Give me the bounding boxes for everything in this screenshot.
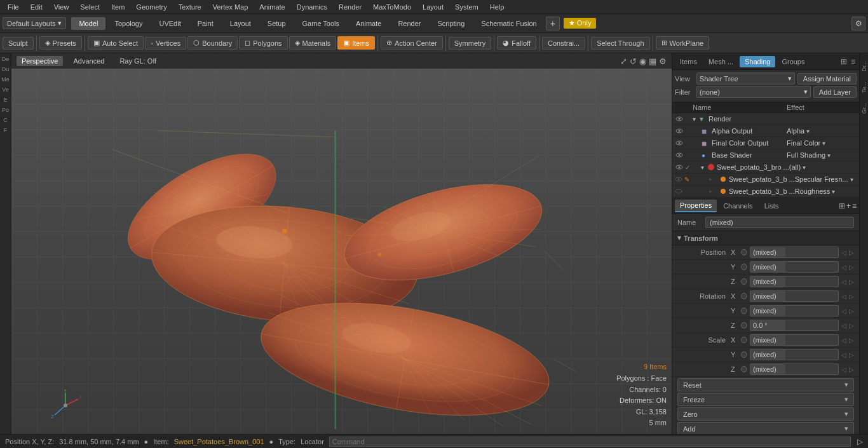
falloff-button[interactable]: ◕ Falloff: [497, 36, 536, 50]
layout-tab-setup[interactable]: Setup: [260, 17, 294, 30]
vp-tab-advanced[interactable]: Advanced: [68, 56, 109, 66]
transform-header[interactable]: ▾ Transform: [672, 231, 859, 245]
filter-dropdown[interactable]: (none) ▾: [696, 86, 811, 98]
prop-tab-lists[interactable]: Lists: [759, 200, 784, 212]
rotation-x-slider2[interactable]: ▷: [849, 293, 854, 300]
tree-row-render[interactable]: ▾ ▼ Render: [672, 113, 859, 125]
position-y-input[interactable]: (mixed): [750, 261, 839, 273]
render-chevron[interactable]: ▾: [693, 116, 696, 123]
scale-z-slider2[interactable]: ▷: [849, 366, 854, 373]
scale-y-circle[interactable]: [741, 351, 747, 358]
rotation-x-slider[interactable]: ◁: [841, 293, 846, 300]
right-edge-tab-dr[interactable]: Dr...: [860, 56, 869, 77]
layout-tab-paint[interactable]: Paint: [190, 17, 221, 30]
rotation-y-input[interactable]: (mixed): [750, 305, 839, 316]
rotation-z-slider[interactable]: ◁: [841, 322, 846, 329]
vp-tab-raygl[interactable]: Ray GL: Off: [114, 56, 161, 66]
tree-row-roughness[interactable]: + Sweet_potato_3_b ... Roughness ▾: [672, 186, 859, 198]
sculpt-button[interactable]: Sculpt: [3, 37, 34, 50]
prop-tab-properties[interactable]: Properties: [675, 200, 717, 212]
layout-tab-model[interactable]: Model: [71, 17, 105, 30]
right-edge-tab-gr[interactable]: Gr...: [860, 98, 869, 119]
menu-geometry[interactable]: Geometry: [131, 2, 172, 12]
status-arrow[interactable]: ▷: [857, 437, 863, 446]
zero-button[interactable]: Zero ▾: [677, 407, 854, 421]
left-sidebar-icon-6[interactable]: C: [1, 116, 10, 125]
sweet-potato-chevron[interactable]: ▾: [701, 164, 704, 171]
tree-row-alpha[interactable]: ◼ Alpha Output Alpha ▾: [672, 125, 859, 137]
star-button[interactable]: ★ Only: [564, 18, 597, 29]
freeze-button[interactable]: Freeze ▾: [677, 393, 854, 406]
rotation-x-input[interactable]: (mixed): [750, 290, 839, 302]
rotation-x-circle[interactable]: [741, 293, 747, 299]
sweet-potato-effect-dropdown[interactable]: ▾: [803, 164, 806, 171]
scale-y-input[interactable]: (mixed): [750, 349, 839, 360]
add-layer-button[interactable]: Add Layer: [813, 86, 857, 98]
assign-material-button[interactable]: Assign Material: [797, 73, 857, 85]
command-input[interactable]: [332, 438, 848, 445]
position-y-slider[interactable]: ◁: [841, 264, 846, 271]
workplane-button[interactable]: ⊞ WorkPlane: [656, 36, 710, 50]
scale-y-slider[interactable]: ◁: [841, 351, 846, 358]
menu-texture[interactable]: Texture: [173, 2, 207, 12]
menu-help[interactable]: Help: [485, 2, 510, 12]
action-center-button[interactable]: ⊕ Action Center: [381, 36, 443, 50]
viewport[interactable]: Perspective Advanced Ray GL: Off ⤢ ↺ ◉ ▦…: [11, 53, 672, 434]
reset-button[interactable]: Reset ▾: [677, 378, 854, 391]
position-y-circle[interactable]: [741, 264, 747, 270]
position-z-input[interactable]: (mixed): [750, 276, 839, 287]
menu-file[interactable]: File: [3, 2, 24, 12]
polygons-button[interactable]: ◻ Polygons: [239, 36, 287, 50]
specular-effect-dropdown[interactable]: ▾: [850, 176, 853, 183]
rp-tab-mesh[interactable]: Mesh ...: [703, 56, 738, 67]
left-sidebar-icon-4[interactable]: E: [1, 95, 10, 104]
menu-maxtomodo[interactable]: MaxToModo: [368, 2, 416, 12]
menu-system[interactable]: System: [450, 2, 484, 12]
vertices-button[interactable]: ◦ Vertices: [145, 37, 186, 50]
position-z-circle[interactable]: [741, 278, 747, 285]
prop-icon-settings[interactable]: ≡: [852, 201, 857, 210]
rotation-y-circle[interactable]: [741, 308, 747, 314]
final-effect-dropdown[interactable]: ▾: [822, 140, 825, 147]
boundary-button[interactable]: ⬡ Boundary: [187, 36, 238, 50]
settings-button[interactable]: ⚙: [851, 17, 865, 31]
left-sidebar-icon-1[interactable]: Du: [1, 65, 10, 74]
left-sidebar-icon-3[interactable]: Ve: [1, 85, 10, 94]
left-sidebar-icon-2[interactable]: Me: [1, 75, 10, 84]
eye-icon-alpha[interactable]: [675, 126, 684, 135]
vp-icon-display[interactable]: ▦: [649, 57, 656, 66]
eye-icon-final[interactable]: [675, 139, 684, 147]
position-z-slider2[interactable]: ▷: [849, 278, 854, 285]
rotation-z-input[interactable]: 0.0 °: [750, 320, 839, 331]
rp-icon-settings[interactable]: ≡: [850, 56, 857, 67]
viewport-canvas[interactable]: X Y Z 9 Items Polygons : Face Channels: …: [11, 69, 672, 434]
command-bar[interactable]: [329, 437, 851, 447]
prop-icon-add[interactable]: +: [846, 201, 851, 210]
position-x-circle[interactable]: [741, 249, 747, 255]
vp-icon-camera[interactable]: ◉: [639, 57, 646, 66]
vp-tab-perspective[interactable]: Perspective: [17, 56, 63, 66]
auto-select-button[interactable]: ▣ Auto Select: [88, 36, 144, 50]
base-effect-dropdown[interactable]: ▾: [827, 152, 831, 159]
rotation-y-slider[interactable]: ◁: [841, 308, 846, 315]
rotation-z-circle[interactable]: [741, 322, 747, 329]
view-dropdown[interactable]: Shader Tree ▾: [696, 72, 795, 85]
position-x-input[interactable]: (mixed): [750, 247, 839, 258]
tree-row-specular[interactable]: ✎ + Sweet_potato_3_b ... Specular Fresn.…: [672, 173, 859, 186]
vp-icon-move[interactable]: ⤢: [620, 57, 627, 66]
menu-edit[interactable]: Edit: [25, 2, 48, 12]
scale-y-slider2[interactable]: ▷: [849, 351, 854, 358]
left-sidebar-icon-0[interactable]: De: [1, 55, 10, 64]
position-x-slider2[interactable]: ▷: [849, 249, 854, 256]
sweet-potato-check[interactable]: ✓: [684, 164, 693, 171]
add-button[interactable]: Add ▾: [677, 422, 854, 434]
rp-tab-groups[interactable]: Groups: [776, 56, 810, 67]
rotation-y-slider2[interactable]: ▷: [849, 308, 854, 315]
position-x-slider[interactable]: ◁: [841, 249, 846, 256]
vp-icon-settings[interactable]: ⚙: [659, 57, 667, 66]
specular-pencil[interactable]: ✎: [682, 176, 690, 183]
right-edge-tab-te[interactable]: Te...: [860, 77, 869, 98]
layout-tab-game-tools[interactable]: Game Tools: [295, 17, 348, 30]
layout-tab-render[interactable]: Render: [390, 17, 428, 30]
eye-icon-roughness[interactable]: [675, 187, 682, 196]
